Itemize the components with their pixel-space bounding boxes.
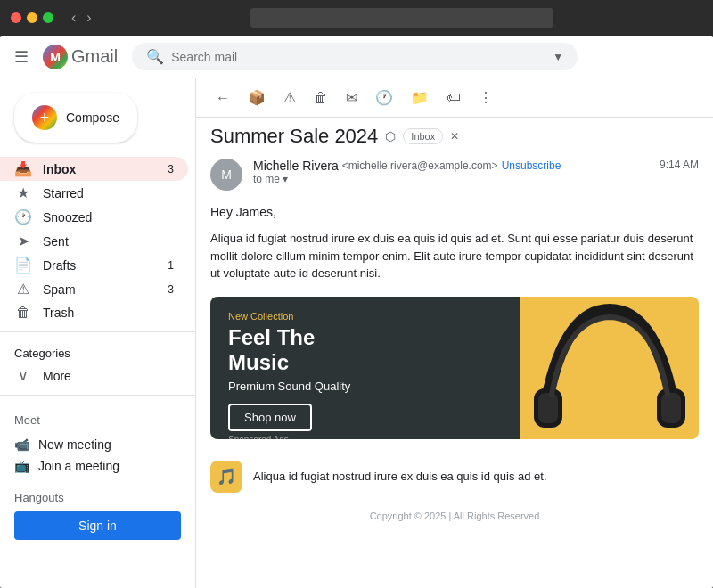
sidebar-item-spam[interactable]: ⚠ Spam 3 [0,277,188,301]
titlebar: ‹ › [0,0,713,36]
maximize-button[interactable] [43,12,53,23]
compose-label: Compose [66,110,119,125]
hangouts-title: Hangouts [14,491,181,504]
sidebar-divider-2 [0,395,195,396]
sidebar-item-label: Inbox [43,162,76,176]
svg-rect-3 [661,393,681,423]
email-footer-content: 🎵 Aliqua id fugiat nostrud irure ex duis… [210,453,699,500]
move-to-button[interactable]: 📁 [406,86,434,110]
label-icon: ⬡ [385,129,396,143]
sidebar-item-sent[interactable]: ➤ Sent [0,229,188,253]
search-input[interactable] [171,50,545,64]
ad-headline: Feel The Music [228,325,503,377]
email-body-text: Aliqua id fugiat nostrud irure ex duis e… [210,230,699,282]
back-nav-button[interactable]: ‹ [68,8,79,28]
label-close-icon[interactable]: ✕ [450,130,459,143]
star-icon: ★ [14,184,32,201]
delete-button[interactable]: 🗑 [308,86,333,110]
spam-badge: 3 [168,283,174,296]
snooze-button[interactable]: 🕐 [370,86,398,110]
categories-section: Categories [0,339,195,363]
sender-name-row: Michelle Rivera <michelle.rivera@example… [253,159,649,173]
copyright-text: Copyright © 2025 | All Rights Reserved [210,500,699,532]
ad-right [520,297,699,439]
sidebar-item-label: Snoozed [43,210,92,225]
compose-button[interactable]: + Compose [14,93,137,143]
sender-name: Michelle Rivera [253,159,339,173]
forward-nav-button[interactable]: › [83,8,94,28]
trash-icon: 🗑 [14,305,32,321]
sidebar-item-snoozed[interactable]: 🕐 Snoozed [0,205,188,229]
sidebar: + Compose 📥 Inbox 3 ★ Starred 🕐 Snoozed … [0,78,196,588]
meet-section: Meet 📹 New meeting 📺 Join a meeting [0,403,195,480]
drafts-badge: 1 [168,259,174,272]
label-button[interactable]: 🏷 [441,86,466,110]
spam-icon: ⚠ [14,281,32,298]
inbox-label-badge: Inbox [403,128,443,144]
sidebar-item-label: Starred [43,186,84,200]
unsubscribe-link[interactable]: Unsubscribe [502,159,561,172]
snooze-icon: 🕐 [14,208,32,225]
sidebar-item-label: Sent [43,234,69,249]
sidebar-item-more[interactable]: ∨ More [0,363,195,388]
ad-collection-label: New Collection [228,311,503,322]
avatar: M [210,159,242,191]
gmail-app: ☰ M Gmail 🔍 ▼ + Compose 📥 Inbox 3 ★ [0,36,713,588]
sidebar-item-drafts[interactable]: 📄 Drafts 1 [0,253,188,277]
traffic-lights [11,12,53,23]
ad-left: New Collection Feel The Music Premium So… [210,297,520,439]
gmail-header: ☰ M Gmail 🔍 ▼ [0,36,713,78]
categories-label: Categories [14,347,70,360]
sender-info: Michelle Rivera <michelle.rivera@example… [253,159,649,185]
sidebar-item-label: Spam [43,282,76,297]
more-options-button[interactable]: ⋮ [473,86,498,110]
email-subject-bar: Summer Sale 2024 ⬡ Inbox ✕ [196,118,713,151]
ad-subtitle: Premium Sound Quality [228,380,503,393]
report-spam-button[interactable]: ⚠ [278,86,301,110]
archive-button[interactable]: 📦 [242,86,271,110]
hamburger-menu[interactable]: ☰ [14,47,29,67]
join-meeting-label: Join a meeting [38,459,119,473]
close-button[interactable] [11,12,21,23]
sidebar-item-starred[interactable]: ★ Starred [0,181,188,205]
meet-title: Meet [14,413,181,427]
email-subject: Summer Sale 2024 [210,125,378,148]
minimize-button[interactable] [27,12,37,23]
footer-icon: 🎵 [210,461,242,493]
hangouts-section: Hangouts Sign in [0,480,195,551]
new-meeting-item[interactable]: 📹 New meeting [14,434,181,455]
email-greeting: Hey James, [210,205,699,219]
gmail-logo-icon: M [43,45,68,69]
search-bar[interactable]: 🔍 ▼ [132,43,578,70]
email-toolbar: ← 📦 ⚠ 🗑 ✉ 🕐 📁 🏷 ⋮ [196,78,713,118]
search-icon: 🔍 [146,48,164,65]
inbox-icon: 📥 [14,160,32,177]
sidebar-item-trash[interactable]: 🗑 Trash [0,301,188,324]
video-icon: 📹 [14,437,29,452]
sender-row: M Michelle Rivera <michelle.rivera@examp… [196,151,713,198]
sidebar-item-label: Drafts [43,258,76,273]
to-me-label: to me ▾ [253,173,649,185]
back-button[interactable]: ← [210,86,235,110]
sidebar-divider [0,331,195,332]
join-meeting-item[interactable]: 📺 Join a meeting [14,455,181,477]
email-footer-text: Aliqua id fugiat nostrud irure ex duis e… [253,470,547,483]
more-label: More [43,369,71,383]
shop-now-button[interactable]: Shop now [228,404,312,431]
headphones-image [520,297,699,439]
search-dropdown-icon[interactable]: ▼ [553,51,563,63]
sign-in-button[interactable]: Sign in [14,511,181,540]
mark-unread-button[interactable]: ✉ [340,86,363,110]
svg-rect-1 [538,393,558,423]
new-meeting-label: New meeting [38,437,111,452]
email-view: ← 📦 ⚠ 🗑 ✉ 🕐 📁 🏷 ⋮ Summer Sale 2024 ⬡ Inb… [196,78,713,588]
url-bar[interactable] [250,8,553,28]
email-body: Hey James, Aliqua id fugiat nostrud irur… [196,198,713,546]
sidebar-item-inbox[interactable]: 📥 Inbox 3 [0,157,188,181]
sent-icon: ➤ [14,233,32,249]
chevron-down-icon: ∨ [14,367,32,384]
gmail-logo: M Gmail [43,45,118,69]
drafts-icon: 📄 [14,257,32,274]
gmail-logo-text: Gmail [71,46,118,67]
sidebar-item-label: Trash [43,306,74,320]
